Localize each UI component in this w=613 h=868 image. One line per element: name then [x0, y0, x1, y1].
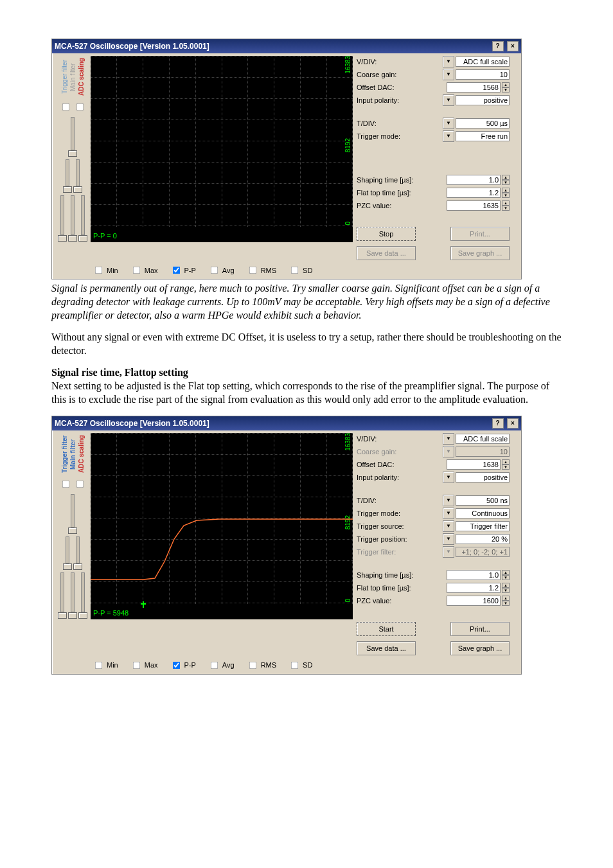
vdiv-dropdown[interactable]: ▼ [443, 56, 454, 67]
coarse-dropdown[interactable]: ▼ [443, 69, 454, 80]
close-button[interactable]: × [507, 41, 519, 51]
pp-check[interactable]: P-P [170, 659, 196, 671]
coarse-value[interactable]: 10 [456, 69, 510, 80]
rms-check[interactable]: RMS [246, 659, 276, 671]
tmode-dropdown[interactable]: ▼ [443, 508, 454, 519]
left-check-1[interactable] [62, 103, 70, 111]
flattop-spinner[interactable]: ▲▼ [502, 188, 510, 198]
offset-spinner[interactable]: ▲▼ [502, 459, 510, 470]
pp-check[interactable]: P-P [170, 264, 196, 276]
vdiv-value[interactable]: ADC full scale [456, 434, 510, 444]
vslider-2[interactable] [63, 159, 72, 193]
adc-scaling-label: ADC scaling [78, 433, 85, 475]
heading-1: Signal rise time, Flattop setting [51, 367, 562, 378]
vslider-3[interactable] [73, 536, 82, 570]
save-data-button[interactable]: Save data ... [357, 641, 416, 655]
tdiv-value[interactable]: 500 µs [456, 118, 510, 128]
window-title: MCA-527 Oscilloscope [Version 1.05.0001] [55, 42, 209, 51]
tsource-value[interactable]: Trigger filter [456, 521, 510, 531]
print-button: Print... [450, 227, 510, 241]
close-button[interactable]: × [507, 418, 519, 429]
vslider-6[interactable] [78, 195, 87, 242]
vslider-3[interactable] [73, 159, 82, 193]
coarse-label: Coarse gain: [357, 448, 396, 456]
vslider-4[interactable] [58, 572, 67, 619]
pzc-value[interactable]: 1600 [447, 596, 501, 606]
vslider-5[interactable] [68, 572, 77, 619]
tpos-dropdown[interactable]: ▼ [443, 533, 454, 545]
help-button[interactable]: ? [492, 41, 504, 51]
save-graph-button[interactable]: Save graph ... [450, 641, 510, 655]
max-check[interactable]: Max [130, 264, 158, 276]
offset-value[interactable]: 1638 [447, 459, 501, 470]
tdiv-dropdown[interactable]: ▼ [443, 495, 454, 506]
pzc-value[interactable]: 1635 [447, 200, 501, 211]
flattop-label: Flat top time [µs]: [357, 584, 411, 592]
pzc-label: PZC value: [357, 202, 391, 209]
print-button[interactable]: Print... [450, 622, 510, 636]
scope-screen: 16383 8192 0 P-P = 5948 [91, 433, 353, 619]
sd-check[interactable]: SD [288, 659, 312, 671]
offset-value[interactable]: 1568 [447, 82, 501, 93]
tmode-dropdown[interactable]: ▼ [443, 130, 454, 142]
shaping-spinner[interactable]: ▲▼ [502, 570, 510, 580]
polarity-value[interactable]: positive [456, 472, 510, 483]
stop-button[interactable]: Stop [357, 227, 416, 241]
tsource-dropdown[interactable]: ▼ [443, 520, 454, 532]
sd-check[interactable]: SD [288, 264, 312, 276]
tdiv-label: T/DIV: [357, 497, 377, 504]
vslider-4[interactable] [58, 195, 67, 242]
shaping-label: Shaping time [µs]: [357, 176, 413, 184]
vdiv-dropdown[interactable]: ▼ [443, 433, 454, 445]
polarity-value[interactable]: positive [456, 95, 510, 105]
tmode-value[interactable]: Free run [456, 131, 510, 141]
rms-check[interactable]: RMS [246, 264, 276, 276]
flattop-spinner[interactable]: ▲▼ [502, 583, 510, 593]
trigger-filter-label: Trigger filter [61, 56, 68, 98]
pzc-spinner[interactable]: ▲▼ [502, 596, 510, 606]
vslider-5[interactable] [68, 195, 77, 242]
tmode-label: Trigger mode: [357, 509, 400, 517]
vslider-6[interactable] [78, 572, 87, 619]
left-controls: Trigger filter Main filter ADC scaling [55, 56, 91, 260]
avg-check[interactable]: Avg [208, 264, 235, 276]
tfilter-value: +1; 0; -2; 0; +1 [456, 547, 510, 557]
tdiv-value[interactable]: 500 ns [456, 495, 510, 506]
caption-1: Signal is permanently out of range, here… [51, 282, 562, 322]
oscilloscope-window-2: MCA-527 Oscilloscope [Version 1.05.0001]… [51, 416, 522, 675]
tpos-value[interactable]: 20 % [456, 534, 510, 544]
polarity-dropdown[interactable]: ▼ [443, 472, 454, 483]
offset-spinner[interactable]: ▲▼ [502, 82, 510, 93]
flattop-value[interactable]: 1.2 [447, 583, 501, 593]
min-check[interactable]: Min [92, 659, 118, 671]
tsource-label: Trigger source: [357, 522, 404, 530]
trigger-filter-label: Trigger filter [61, 433, 68, 475]
min-check[interactable]: Min [92, 264, 118, 276]
pzc-spinner[interactable]: ▲▼ [502, 200, 510, 211]
max-check[interactable]: Max [130, 659, 158, 671]
left-check-2[interactable] [76, 103, 84, 111]
polarity-dropdown[interactable]: ▼ [443, 94, 454, 106]
shaping-value[interactable]: 1.0 [447, 570, 501, 580]
left-check-1[interactable] [62, 480, 70, 488]
settings-panel: V/DIV: ▼ ADC full scale Coarse gain: ▼ 1… [357, 56, 510, 260]
flattop-value[interactable]: 1.2 [447, 188, 501, 198]
shaping-spinner[interactable]: ▲▼ [502, 175, 510, 185]
coarse-value: 10 [456, 447, 510, 457]
avg-check[interactable]: Avg [208, 659, 235, 671]
main-filter-label: Main filter [69, 56, 76, 98]
polarity-label: Input polarity: [357, 474, 399, 481]
tmode-value[interactable]: Continuous [456, 508, 510, 518]
vslider-1[interactable] [68, 494, 77, 534]
vslider-2[interactable] [63, 536, 72, 570]
vslider-1[interactable] [68, 117, 77, 157]
left-check-2[interactable] [76, 480, 84, 488]
tdiv-dropdown[interactable]: ▼ [443, 118, 454, 129]
tfilter-label: Trigger filter: [357, 548, 396, 556]
left-controls: Trigger filter Main filter ADC scaling [55, 433, 91, 655]
vdiv-value[interactable]: ADC full scale [456, 57, 510, 67]
shaping-value[interactable]: 1.0 [447, 175, 501, 185]
help-button[interactable]: ? [492, 418, 504, 429]
tpos-label: Trigger position: [357, 535, 407, 543]
start-button[interactable]: Start [357, 622, 416, 636]
